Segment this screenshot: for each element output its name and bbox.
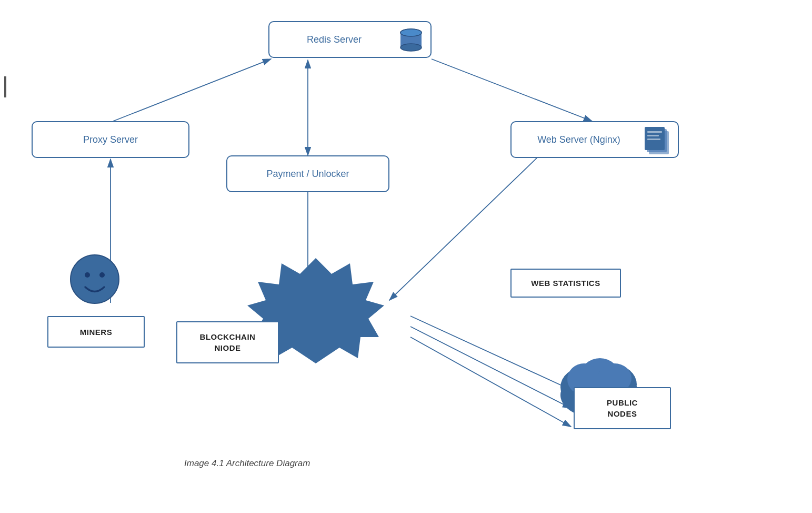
svg-line-9	[410, 327, 571, 408]
blockchain-label-box: BLOCKCHAIN NIODE	[176, 321, 279, 363]
miners-label: MINERS	[80, 328, 112, 337]
diagram-caption: Image 4.1 Architecture Diagram	[184, 458, 310, 469]
blockchain-label: BLOCKCHAIN NIODE	[200, 331, 256, 353]
database-icon	[397, 26, 425, 55]
miners-icon	[68, 253, 121, 305]
left-edge-mark	[4, 76, 6, 97]
svg-point-23	[85, 272, 90, 278]
svg-line-8	[410, 316, 571, 390]
svg-line-3	[432, 59, 592, 121]
webserver-box: Web Server (Nginx)	[510, 121, 679, 158]
arrows-layer	[0, 0, 812, 513]
payment-unlocker-box: Payment / Unlocker	[226, 155, 389, 192]
redis-server-label: Redis Server	[307, 34, 362, 45]
svg-rect-19	[647, 135, 659, 136]
proxy-server-box: Proxy Server	[32, 121, 189, 158]
svg-rect-20	[647, 139, 660, 140]
redis-server-box: Redis Server	[268, 21, 432, 58]
payment-unlocker-label: Payment / Unlocker	[266, 169, 349, 180]
svg-line-2	[113, 59, 271, 121]
svg-point-14	[400, 29, 422, 36]
webserver-label: Web Server (Nginx)	[537, 134, 620, 145]
public-nodes-label: PUBLIC NODES	[607, 397, 638, 419]
miners-label-box: MINERS	[47, 316, 145, 348]
svg-point-22	[71, 255, 119, 303]
svg-line-10	[410, 337, 571, 427]
architecture-diagram: Redis Server Proxy Server Payment / Unlo…	[0, 0, 812, 513]
pages-icon	[645, 125, 675, 156]
proxy-server-label: Proxy Server	[83, 134, 138, 145]
svg-point-24	[99, 272, 105, 278]
svg-point-13	[400, 44, 422, 51]
web-statistics-label: WEB STATISTICS	[531, 279, 600, 288]
web-statistics-label-box: WEB STATISTICS	[510, 269, 621, 298]
svg-rect-18	[647, 131, 662, 133]
public-nodes-label-box: PUBLIC NODES	[574, 387, 671, 429]
